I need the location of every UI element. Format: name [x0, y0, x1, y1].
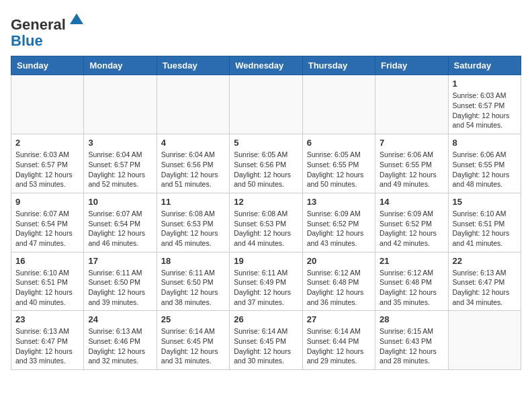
page-header: General Blue [11, 11, 521, 49]
day-info: Sunrise: 6:03 AM Sunset: 6:57 PM Dayligh… [453, 91, 517, 130]
header-thursday: Thursday [302, 56, 375, 75]
day-info: Sunrise: 6:06 AM Sunset: 6:55 PM Dayligh… [453, 150, 517, 189]
calendar-table: SundayMondayTuesdayWednesdayThursdayFrid… [11, 56, 521, 370]
day-info: Sunrise: 6:13 AM Sunset: 6:46 PM Dayligh… [88, 326, 152, 366]
day-info: Sunrise: 6:05 AM Sunset: 6:55 PM Dayligh… [307, 150, 371, 189]
calendar-cell: 8Sunrise: 6:06 AM Sunset: 6:55 PM Daylig… [448, 134, 521, 193]
calendar-cell: 16Sunrise: 6:10 AM Sunset: 6:51 PM Dayli… [11, 252, 84, 311]
calendar-cell: 24Sunrise: 6:13 AM Sunset: 6:46 PM Dayli… [84, 311, 157, 370]
day-info: Sunrise: 6:03 AM Sunset: 6:57 PM Dayligh… [15, 150, 79, 189]
day-number: 6 [307, 138, 371, 148]
day-number: 11 [161, 197, 225, 207]
calendar-week-1: 2Sunrise: 6:03 AM Sunset: 6:57 PM Daylig… [11, 134, 521, 193]
header-saturday: Saturday [448, 56, 521, 75]
logo-general: General [11, 16, 66, 33]
calendar-cell: 26Sunrise: 6:14 AM Sunset: 6:45 PM Dayli… [230, 311, 302, 370]
calendar-cell: 22Sunrise: 6:13 AM Sunset: 6:47 PM Dayli… [448, 252, 521, 311]
calendar-header-row: SundayMondayTuesdayWednesdayThursdayFrid… [11, 56, 521, 75]
calendar-week-2: 9Sunrise: 6:07 AM Sunset: 6:54 PM Daylig… [11, 193, 521, 252]
calendar-cell: 27Sunrise: 6:14 AM Sunset: 6:44 PM Dayli… [302, 311, 375, 370]
calendar-cell: 1Sunrise: 6:03 AM Sunset: 6:57 PM Daylig… [448, 75, 521, 134]
day-info: Sunrise: 6:09 AM Sunset: 6:52 PM Dayligh… [380, 209, 443, 248]
logo-icon [67, 11, 86, 30]
day-number: 5 [234, 138, 298, 148]
day-number: 16 [15, 256, 79, 266]
calendar-cell [448, 311, 521, 370]
day-number: 7 [380, 138, 443, 148]
header-tuesday: Tuesday [157, 56, 229, 75]
day-number: 21 [380, 256, 443, 266]
day-number: 19 [234, 256, 298, 266]
day-info: Sunrise: 6:09 AM Sunset: 6:52 PM Dayligh… [307, 209, 371, 248]
day-info: Sunrise: 6:10 AM Sunset: 6:51 PM Dayligh… [15, 268, 79, 308]
day-number: 18 [161, 256, 225, 266]
calendar-cell: 28Sunrise: 6:15 AM Sunset: 6:43 PM Dayli… [375, 311, 448, 370]
logo-blue-text: Blue [11, 33, 86, 49]
calendar-week-3: 16Sunrise: 6:10 AM Sunset: 6:51 PM Dayli… [11, 252, 521, 311]
day-info: Sunrise: 6:06 AM Sunset: 6:55 PM Dayligh… [380, 150, 443, 189]
day-info: Sunrise: 6:14 AM Sunset: 6:44 PM Dayligh… [307, 326, 371, 366]
header-wednesday: Wednesday [230, 56, 302, 75]
day-number: 9 [15, 197, 79, 207]
calendar-cell: 3Sunrise: 6:04 AM Sunset: 6:57 PM Daylig… [84, 134, 157, 193]
calendar-cell [375, 75, 448, 134]
day-info: Sunrise: 6:08 AM Sunset: 6:53 PM Dayligh… [234, 209, 298, 248]
day-number: 25 [161, 314, 225, 324]
calendar-cell: 9Sunrise: 6:07 AM Sunset: 6:54 PM Daylig… [11, 193, 84, 252]
calendar-cell [84, 75, 157, 134]
calendar-cell: 5Sunrise: 6:05 AM Sunset: 6:56 PM Daylig… [230, 134, 302, 193]
day-info: Sunrise: 6:05 AM Sunset: 6:56 PM Dayligh… [234, 150, 298, 189]
calendar-cell: 14Sunrise: 6:09 AM Sunset: 6:52 PM Dayli… [375, 193, 448, 252]
header-friday: Friday [375, 56, 448, 75]
calendar-cell [157, 75, 229, 134]
day-number: 3 [88, 138, 152, 148]
day-info: Sunrise: 6:08 AM Sunset: 6:53 PM Dayligh… [161, 209, 225, 248]
calendar-cell: 7Sunrise: 6:06 AM Sunset: 6:55 PM Daylig… [375, 134, 448, 193]
day-info: Sunrise: 6:14 AM Sunset: 6:45 PM Dayligh… [234, 326, 298, 366]
logo: General Blue [11, 11, 86, 49]
header-sunday: Sunday [11, 56, 84, 75]
day-info: Sunrise: 6:11 AM Sunset: 6:49 PM Dayligh… [234, 268, 298, 308]
calendar-cell [302, 75, 375, 134]
calendar-cell: 12Sunrise: 6:08 AM Sunset: 6:53 PM Dayli… [230, 193, 302, 252]
calendar-cell: 23Sunrise: 6:13 AM Sunset: 6:47 PM Dayli… [11, 311, 84, 370]
day-number: 1 [453, 79, 517, 89]
day-number: 17 [88, 256, 152, 266]
day-info: Sunrise: 6:04 AM Sunset: 6:56 PM Dayligh… [161, 150, 225, 189]
svg-marker-0 [70, 13, 83, 24]
day-number: 22 [453, 256, 517, 266]
calendar-cell: 11Sunrise: 6:08 AM Sunset: 6:53 PM Dayli… [157, 193, 229, 252]
calendar-cell: 15Sunrise: 6:10 AM Sunset: 6:51 PM Dayli… [448, 193, 521, 252]
day-number: 13 [307, 197, 371, 207]
day-info: Sunrise: 6:14 AM Sunset: 6:45 PM Dayligh… [161, 326, 225, 366]
calendar-week-0: 1Sunrise: 6:03 AM Sunset: 6:57 PM Daylig… [11, 75, 521, 134]
day-info: Sunrise: 6:10 AM Sunset: 6:51 PM Dayligh… [453, 209, 517, 248]
day-number: 27 [307, 314, 371, 324]
logo-text: General [11, 11, 86, 33]
day-info: Sunrise: 6:11 AM Sunset: 6:50 PM Dayligh… [161, 268, 225, 308]
day-number: 2 [15, 138, 79, 148]
day-number: 12 [234, 197, 298, 207]
day-number: 15 [453, 197, 517, 207]
calendar-cell: 20Sunrise: 6:12 AM Sunset: 6:48 PM Dayli… [302, 252, 375, 311]
calendar-cell: 4Sunrise: 6:04 AM Sunset: 6:56 PM Daylig… [157, 134, 229, 193]
day-number: 10 [88, 197, 152, 207]
day-number: 23 [15, 314, 79, 324]
day-number: 24 [88, 314, 152, 324]
calendar-cell: 25Sunrise: 6:14 AM Sunset: 6:45 PM Dayli… [157, 311, 229, 370]
calendar-cell: 10Sunrise: 6:07 AM Sunset: 6:54 PM Dayli… [84, 193, 157, 252]
calendar-cell [11, 75, 84, 134]
day-info: Sunrise: 6:12 AM Sunset: 6:48 PM Dayligh… [307, 268, 371, 308]
calendar-week-4: 23Sunrise: 6:13 AM Sunset: 6:47 PM Dayli… [11, 311, 521, 370]
day-info: Sunrise: 6:07 AM Sunset: 6:54 PM Dayligh… [88, 209, 152, 248]
calendar-cell: 2Sunrise: 6:03 AM Sunset: 6:57 PM Daylig… [11, 134, 84, 193]
calendar-cell: 13Sunrise: 6:09 AM Sunset: 6:52 PM Dayli… [302, 193, 375, 252]
day-info: Sunrise: 6:13 AM Sunset: 6:47 PM Dayligh… [453, 268, 517, 308]
calendar-cell: 6Sunrise: 6:05 AM Sunset: 6:55 PM Daylig… [302, 134, 375, 193]
day-info: Sunrise: 6:12 AM Sunset: 6:48 PM Dayligh… [380, 268, 443, 308]
day-info: Sunrise: 6:13 AM Sunset: 6:47 PM Dayligh… [15, 326, 79, 366]
day-number: 26 [234, 314, 298, 324]
logo-blue: Blue [11, 32, 43, 49]
day-info: Sunrise: 6:04 AM Sunset: 6:57 PM Dayligh… [88, 150, 152, 189]
calendar-cell: 21Sunrise: 6:12 AM Sunset: 6:48 PM Dayli… [375, 252, 448, 311]
